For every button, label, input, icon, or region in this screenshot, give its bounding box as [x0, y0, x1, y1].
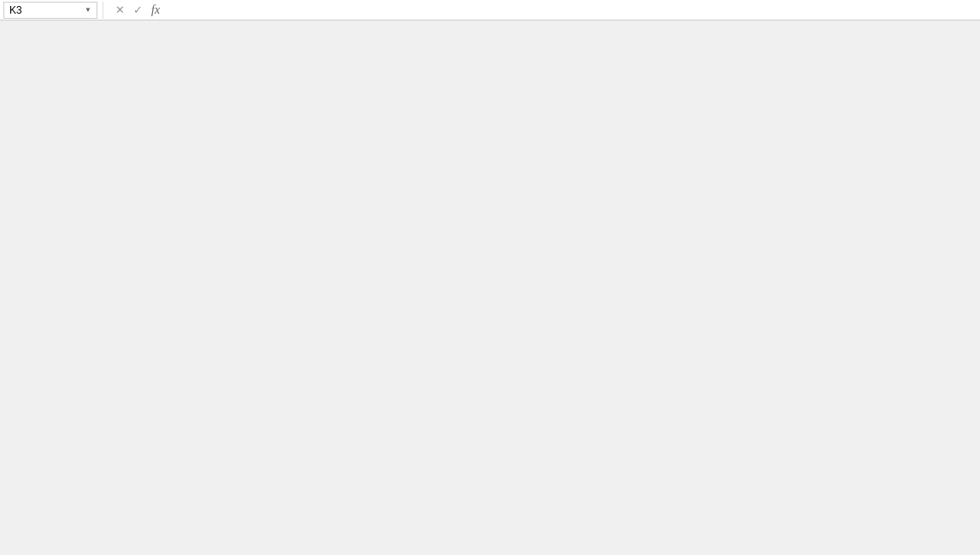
name-box-dropdown-icon[interactable]: ▼: [85, 6, 91, 14]
enter-icon[interactable]: ✓: [133, 3, 143, 16]
divider: [103, 2, 103, 19]
fx-icon[interactable]: fx: [151, 3, 160, 17]
name-box-value: K3: [9, 4, 22, 16]
name-box[interactable]: K3 ▼: [3, 2, 97, 19]
formula-input[interactable]: [167, 2, 980, 19]
cancel-icon[interactable]: ✕: [115, 3, 125, 16]
formula-bar: K3 ▼ ✕ ✓ fx: [0, 0, 980, 20]
formula-icons: ✕ ✓ fx: [109, 3, 167, 17]
